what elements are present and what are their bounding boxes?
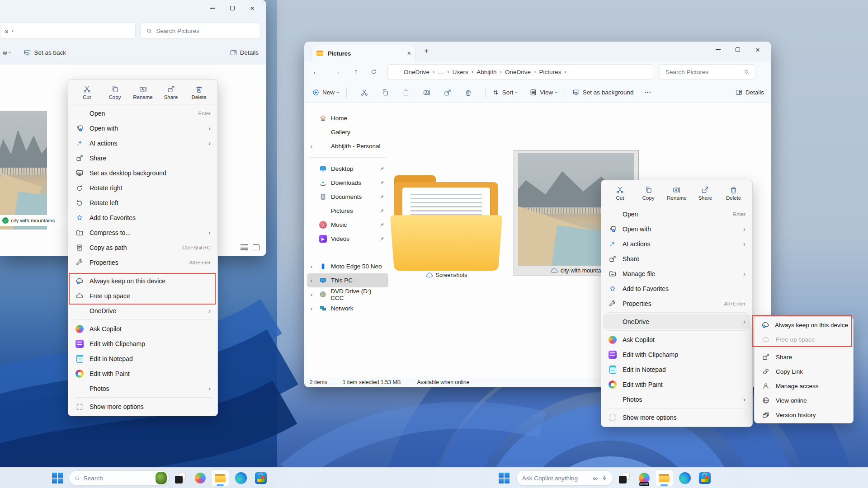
menu-item-ask-copilot[interactable]: Ask Copilot: [603, 332, 750, 347]
breadcrumb-overflow[interactable]: …: [438, 69, 444, 75]
copilot-prompt-input[interactable]: [522, 475, 589, 482]
rename-button[interactable]: Rename: [130, 83, 156, 102]
start-button-left[interactable]: [49, 470, 66, 486]
sidebar-item-pictures[interactable]: Pictures: [307, 204, 388, 218]
menu-item-edit-in-notepad[interactable]: Edit in Notepad: [603, 362, 750, 377]
menu-item-copy-as-path[interactable]: Copy as pathCtrl+Shift+C: [70, 240, 216, 255]
breadcrumb-item-abhijith[interactable]: Abhijith: [476, 69, 496, 75]
tab-close-icon[interactable]: [407, 50, 411, 56]
right-search-box[interactable]: [660, 64, 755, 80]
sidebar-item-this-pc[interactable]: This PC: [307, 273, 388, 287]
menu-item-open[interactable]: OpenEnter: [70, 106, 216, 121]
menu-item-open-with[interactable]: Open with: [603, 221, 750, 236]
menu-item-manage-file[interactable]: Manage file: [603, 266, 750, 281]
menu-item-set-as-desktop-background[interactable]: Set as desktop background: [70, 165, 216, 180]
maximize-button[interactable]: [222, 0, 242, 16]
share-button[interactable]: Share: [693, 184, 718, 202]
submenu-item-always-keep[interactable]: Always keep on this device: [756, 318, 851, 332]
menu-item-always-keep-on-device[interactable]: Always keep on this device: [70, 273, 216, 288]
menu-item-add-to-favorites[interactable]: Add to Favorites: [70, 210, 216, 225]
forward-icon[interactable]: [333, 68, 340, 75]
delete-icon[interactable]: [464, 89, 472, 97]
folder-screenshots[interactable]: [394, 175, 498, 270]
menu-item-edit-with-paint[interactable]: Edit with Paint: [603, 377, 750, 392]
paste-icon[interactable]: [402, 89, 410, 97]
copy-button[interactable]: Copy: [636, 184, 661, 202]
file-explorer-button-left[interactable]: [212, 470, 229, 486]
sidebar-item-gallery[interactable]: Gallery: [307, 125, 388, 139]
menu-item-add-to-favorites[interactable]: Add to Favorites: [603, 281, 750, 296]
maximize-button[interactable]: [728, 42, 748, 58]
menu-item-photos[interactable]: Photos: [70, 381, 216, 396]
expand-icon[interactable]: [311, 278, 315, 283]
menu-item-properties[interactable]: PropertiesAlt+Enter: [603, 296, 750, 311]
up-icon[interactable]: [354, 68, 358, 75]
left-photo-thumbnail[interactable]: [0, 111, 47, 230]
copy-icon[interactable]: [381, 89, 389, 97]
share-icon[interactable]: [443, 89, 452, 97]
cut-icon[interactable]: [360, 89, 368, 97]
menu-item-share[interactable]: Share: [603, 251, 750, 266]
task-view-button-left[interactable]: [172, 470, 189, 486]
menu-item-open[interactable]: OpenEnter: [603, 206, 750, 221]
close-button[interactable]: [242, 0, 262, 16]
submenu-item-share[interactable]: Share: [756, 350, 851, 364]
minimize-button[interactable]: [203, 0, 222, 16]
taskbar-copilot-box[interactable]: [516, 470, 613, 486]
copy-button[interactable]: Copy: [102, 83, 127, 102]
sidebar-item-videos[interactable]: ▶Videos: [307, 232, 388, 246]
menu-item-show-more-options[interactable]: Show more options: [603, 410, 750, 425]
menu-item-edit-with-clipchamp[interactable]: Edit with Clipchamp: [70, 336, 216, 351]
breadcrumb-item-onedrive2[interactable]: OneDrive: [505, 69, 531, 75]
file-explorer-button-right[interactable]: [656, 470, 673, 486]
sidebar-item-dvd-drive[interactable]: DVD Drive (D:) CCC: [307, 287, 388, 301]
menu-item-onedrive[interactable]: OneDrive: [603, 314, 750, 329]
menu-item-show-more-options[interactable]: Show more options: [70, 399, 216, 414]
view-button-partial[interactable]: w: [3, 49, 7, 56]
left-search-box[interactable]: [140, 23, 260, 39]
store-button-left[interactable]: [252, 470, 269, 486]
menu-item-edit-with-clipchamp[interactable]: Edit with Clipchamp: [603, 347, 750, 362]
menu-item-ai-actions[interactable]: AI actions: [603, 236, 750, 251]
taskbar-search-left[interactable]: [69, 470, 169, 486]
rename-button[interactable]: Rename: [664, 184, 689, 202]
taskbar-search-input[interactable]: [84, 475, 152, 482]
menu-item-edit-with-paint[interactable]: Edit with Paint: [70, 366, 216, 381]
right-search-input[interactable]: [665, 69, 740, 75]
delete-button[interactable]: Delete: [186, 83, 212, 102]
task-view-button-right[interactable]: [616, 470, 633, 486]
submenu-item-free-up-space[interactable]: Free up space: [756, 332, 851, 347]
close-button[interactable]: [748, 42, 768, 58]
start-button-right[interactable]: [495, 470, 513, 486]
share-button[interactable]: Share: [158, 83, 184, 102]
sidebar-item-desktop[interactable]: Desktop: [307, 162, 388, 176]
menu-item-onedrive[interactable]: OneDrive: [70, 303, 216, 318]
edge-button-right[interactable]: [676, 470, 693, 486]
see-more-icon[interactable]: [644, 89, 651, 95]
refresh-icon[interactable]: [370, 68, 377, 75]
menu-item-ai-actions[interactable]: AI actions: [70, 136, 216, 150]
breadcrumb-item-pictures[interactable]: Pictures: [539, 69, 561, 75]
details-button[interactable]: Details: [735, 89, 764, 96]
breadcrumb-item-onedrive[interactable]: OneDrive: [404, 69, 429, 75]
menu-item-share[interactable]: Share: [70, 150, 216, 165]
view-button[interactable]: View: [529, 89, 557, 96]
breadcrumb-bar[interactable]: OneDrive … Users Abhijith OneDrive Pictu…: [387, 64, 653, 80]
submenu-item-manage-access[interactable]: Manage access: [756, 379, 851, 393]
menu-item-photos[interactable]: Photos: [603, 392, 750, 407]
left-search-input[interactable]: [156, 28, 255, 34]
list-view-icon[interactable]: [241, 244, 248, 250]
details-button[interactable]: Details: [230, 49, 259, 56]
menu-item-open-with[interactable]: Open with: [70, 121, 216, 136]
sidebar-item-home[interactable]: Home: [307, 111, 388, 125]
cut-button[interactable]: Cut: [607, 184, 632, 202]
expand-icon[interactable]: [311, 144, 315, 149]
menu-item-compress-to[interactable]: Compress to...: [70, 225, 216, 240]
menu-item-ask-copilot[interactable]: Ask Copilot: [70, 321, 216, 336]
new-button[interactable]: New: [312, 89, 339, 96]
rename-icon[interactable]: [423, 89, 431, 97]
menu-item-edit-in-notepad[interactable]: Edit in Notepad: [70, 351, 216, 366]
sort-button[interactable]: Sort: [492, 89, 518, 96]
sidebar-item-music[interactable]: ♪Music: [307, 218, 388, 232]
tab-pictures[interactable]: Pictures: [311, 45, 415, 61]
